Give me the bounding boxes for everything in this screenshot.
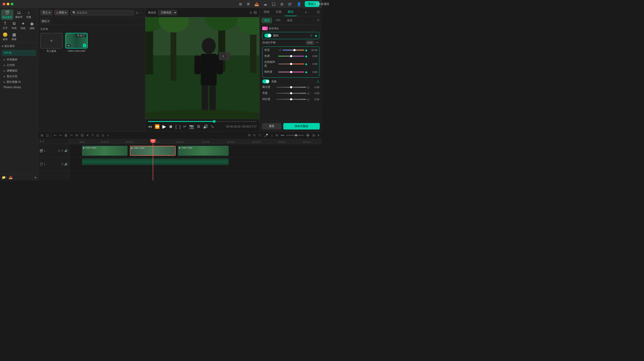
tab-video[interactable]: 视频 [260,8,272,16]
tl-shield-btn[interactable]: 🛡 [258,133,262,138]
add-track-btn[interactable]: ⊕ [39,140,41,143]
folder-section[interactable]: 文件夹 [2,50,36,56]
sidebar-item-compound[interactable]: ▶ 复合片段 [2,74,36,79]
temp-slider-handle[interactable] [294,49,296,51]
nav-item-template[interactable]: ▦ 模板 [10,31,18,42]
zoom-slider[interactable] [286,135,304,136]
stop-btn[interactable]: ⏹ [169,124,173,129]
settings-btn[interactable]: ⚙ [197,124,200,129]
skip-back-btn[interactable]: ⏮ [148,124,152,129]
icon-btn-3[interactable]: 📤 [254,2,260,7]
sidebar-item-local[interactable]: ▶ 本地素材 [2,57,36,62]
color-reset-btn[interactable]: ↺ [310,34,313,37]
snapshot-btn[interactable]: 📷 [189,124,194,129]
tl-zoom-out[interactable]: ➖ [280,133,285,138]
playhead[interactable]: ✂ [153,144,153,180]
brightness-slider-track[interactable] [276,93,306,94]
tl-settings[interactable]: ▾ [317,133,320,138]
sidebar-item-cloud[interactable]: ▶ 云空间 [2,62,36,68]
saturation-slider-track[interactable] [278,72,304,72]
icon-btn-1[interactable]: ⊞ [238,2,243,7]
tl-motion-btn[interactable]: ⊙ [101,133,105,138]
search-input[interactable] [77,11,132,14]
nav-item-material-lib[interactable]: 🗂 素材库 [14,10,24,20]
tl-undo-btn[interactable]: ↩ [53,133,57,138]
color-toggle[interactable] [264,34,272,38]
close-button[interactable] [3,3,5,5]
filter-icon-btn[interactable]: ⊟ [136,11,138,14]
nav-item-filters[interactable]: ◉ 滤镜 [28,20,36,31]
auto-wb-picker[interactable]: ✏ [316,40,319,45]
saturation-diamond-btn[interactable]: ◆ [305,70,308,74]
record-button[interactable]: ● 录制 ▾ [54,10,69,16]
tl-more-btn[interactable]: » [106,133,110,138]
tab-arrow[interactable]: ▸ [304,8,308,16]
sub-tab-expand[interactable]: ⊞ [316,18,320,23]
tl-clip-btn[interactable]: ⧉ [247,133,251,138]
tab-audio[interactable]: 音频 [272,8,285,16]
icon-btn-2[interactable]: 🖥 [246,2,251,6]
tl-magnet-btn[interactable]: ◫ [45,133,50,138]
zoom-handle[interactable] [295,134,297,136]
auto-wb-btn[interactable]: 自动 [306,40,314,45]
nav-item-transition[interactable]: ⧉ 转场 [10,20,18,31]
save-preset-button[interactable]: 保存为预设 [283,123,320,130]
exposure-slider-track[interactable] [276,87,306,88]
timeline-content[interactable]: 00:00 00:04:25 00:09:20 00:14:15 00:19:1… [69,139,322,180]
mark-in-btn[interactable]: [ [176,124,177,129]
tl-effects-btn[interactable]: ✦ [86,133,90,138]
tl-mask-btn[interactable]: ◎ [96,133,100,138]
sub-tab-basic[interactable]: 基础 [262,18,272,23]
brightness-slider-handle[interactable] [290,92,292,94]
tint-slider-track[interactable] [278,56,304,56]
insert-btn[interactable]: ↵ [183,124,186,129]
progress-bar-container[interactable] [148,121,257,122]
tl-crop-btn[interactable]: ⧉ [75,133,79,138]
icon-btn-5[interactable]: 🎧 [270,2,277,7]
nav-item-audio[interactable]: ♪ 音频 [24,10,33,20]
import-folder-btn[interactable]: 📥 [9,176,12,179]
saturation-slider-handle[interactable] [290,71,292,73]
audio-btn[interactable]: 🔊 [203,124,208,129]
nav-item-sticker[interactable]: 😊 贴纸 [1,31,10,42]
brightness-diamond-btn[interactable]: ◇ [307,92,310,95]
tl-delete-btn[interactable]: 🗑 [64,133,68,138]
collapse-sidebar-btn[interactable]: ◀ [34,176,36,179]
icon-btn-8[interactable]: 👤 [296,2,302,7]
maximize-button[interactable] [11,3,14,5]
temp-reset-btn[interactable]: ↺ [278,48,282,52]
contrast-slider-track[interactable] [276,99,306,100]
quality-selector[interactable]: 完整画质 [158,10,177,15]
more-options-btn[interactable]: ··· [140,11,143,14]
sub-tab-more[interactable]: ··· [311,18,315,23]
exposure-diamond-btn[interactable]: ◇ [307,86,310,89]
vibrance-diamond-btn[interactable]: ◆ [305,62,308,66]
contrast-diamond-btn[interactable]: ◇ [307,98,310,101]
sort-button[interactable]: 默认 ▾ [40,19,51,24]
tint-slider-handle[interactable] [290,55,292,57]
import-thumb[interactable]: + [40,33,62,48]
tl-loop-btn[interactable]: ↻ [252,133,257,138]
progress-handle[interactable] [213,120,216,123]
tl-text-btn[interactable]: T [91,133,94,138]
track-video-lock-btn[interactable]: 👁 [61,149,64,152]
icon-btn-4[interactable]: ☁ [262,2,268,7]
import-button[interactable]: 导入 ▾ [40,10,52,16]
icon-btn-7[interactable]: 🛒 [287,2,293,7]
vibrance-slider-track[interactable] [278,64,304,64]
tl-redo-btn[interactable]: ↪ [58,133,62,138]
tl-layout-btn[interactable]: ⊞ [40,133,44,138]
minimize-button[interactable] [7,3,10,5]
track-video-mute-btn[interactable]: 🔊 [64,149,68,152]
preview-fullscreen-btn[interactable]: 🖼 [254,11,257,14]
tl-link-btn[interactable]: ⛓ [80,133,84,138]
tl-music-btn[interactable]: ♫ [270,133,274,138]
add-folder-btn[interactable]: 📁+ [2,176,8,179]
icon-btn-6[interactable]: ⊞ [280,2,284,7]
sub-tab-hsl[interactable]: HSL [273,18,284,23]
track-audio-snap-btn[interactable]: ⧉ [62,162,64,166]
track-video-snap-btn[interactable]: ⧉ [58,149,60,152]
media-import-item[interactable]: + 导入媒体 [40,33,62,53]
temp-diamond-btn[interactable]: ◆ [305,48,308,52]
tab-color[interactable]: 颜色 [285,8,297,16]
